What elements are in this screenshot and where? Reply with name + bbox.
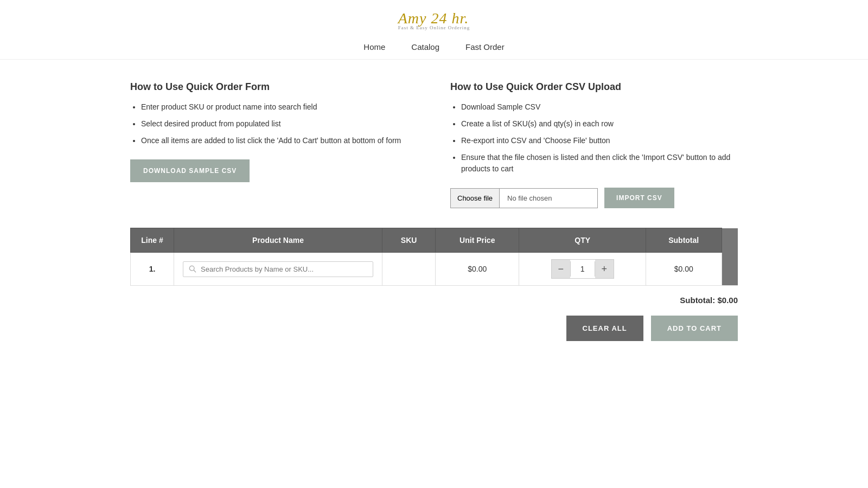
product-search-wrapper (183, 261, 373, 277)
qty-decrement-button[interactable]: − (552, 260, 570, 278)
col-qty: QTY (519, 228, 646, 253)
subtotal-cell: $0.00 (646, 253, 722, 286)
add-to-cart-button[interactable]: ADD TO CART (651, 316, 738, 341)
svg-line-1 (194, 270, 196, 272)
col-subtotal: Subtotal (646, 228, 722, 253)
right-bullet-3: Re-export into CSV and 'Choose File' but… (461, 135, 738, 146)
import-csv-button[interactable]: IMPORT CSV (604, 188, 674, 208)
search-icon (189, 265, 196, 273)
table-header: Line # Product Name SKU Unit Price QTY S… (131, 228, 738, 253)
table-row: 1. $0.00 − 1 + (131, 253, 738, 286)
site-header: Amy 24 hr. Fast & Easy Online Ordering H… (0, 0, 868, 60)
right-bullet-2: Create a list of SKU(s) and qty(s) in ea… (461, 118, 738, 130)
col-line: Line # (131, 228, 174, 253)
sku-cell (382, 253, 436, 286)
left-bullets: Enter product SKU or product name into s… (130, 101, 418, 146)
col-sku: SKU (382, 228, 436, 253)
file-input-row: Choose file No file chosen IMPORT CSV (450, 188, 738, 208)
table-header-row: Line # Product Name SKU Unit Price QTY S… (131, 228, 738, 253)
action-buttons-row: CLEAR ALL ADD TO CART (130, 310, 738, 363)
left-bullet-2: Select desired product from populated li… (141, 118, 418, 130)
main-nav: Home Catalog Fast Order (363, 36, 504, 59)
right-bullet-1: Download Sample CSV (461, 101, 738, 113)
left-bullet-1: Enter product SKU or product name into s… (141, 101, 418, 113)
download-sample-csv-button[interactable]: DOWNLOAD SAMPLE CSV (130, 159, 250, 182)
logo: Amy 24 hr. Fast & Easy Online Ordering (398, 10, 470, 30)
left-bullet-3: Once all items are added to list click t… (141, 135, 418, 146)
qty-cell: − 1 + (519, 253, 646, 286)
col-product: Product Name (174, 228, 382, 253)
product-search-input[interactable] (201, 265, 367, 273)
logo-text: Amy 24 hr. (398, 10, 469, 27)
product-name-cell (174, 253, 382, 286)
logo-sub: Fast & Easy Online Ordering (398, 25, 470, 30)
right-instructions: How to Use Quick Order CSV Upload Downlo… (450, 81, 738, 208)
order-table: Line # Product Name SKU Unit Price QTY S… (130, 228, 738, 286)
right-title: How to Use Quick Order CSV Upload (450, 81, 738, 93)
file-input-wrapper: Choose file No file chosen (450, 188, 598, 208)
col-delete (722, 228, 738, 253)
nav-home[interactable]: Home (363, 42, 385, 52)
subtotal-label: Subtotal: $0.00 (680, 296, 738, 305)
instructions-row: How to Use Quick Order Form Enter produc… (130, 81, 738, 208)
line-number: 1. (131, 253, 174, 286)
delete-row-cell (722, 253, 738, 286)
qty-display: 1 (570, 261, 595, 277)
left-instructions: How to Use Quick Order Form Enter produc… (130, 81, 418, 208)
file-name-display: No file chosen (500, 189, 597, 208)
left-title: How to Use Quick Order Form (130, 81, 418, 93)
unit-price-cell: $0.00 (436, 253, 519, 286)
subtotal-row: Subtotal: $0.00 (130, 286, 738, 310)
right-bullets: Download Sample CSV Create a list of SKU… (450, 101, 738, 175)
nav-fast-order[interactable]: Fast Order (465, 42, 505, 52)
main-content: How to Use Quick Order Form Enter produc… (108, 60, 760, 363)
qty-increment-button[interactable]: + (595, 260, 614, 278)
clear-all-button[interactable]: CLEAR ALL (566, 316, 643, 341)
choose-file-button[interactable]: Choose file (451, 189, 500, 208)
col-unit-price: Unit Price (436, 228, 519, 253)
right-bullet-4: Ensure that the file chosen is listed an… (461, 152, 738, 175)
qty-stepper: − 1 + (551, 259, 614, 279)
nav-catalog[interactable]: Catalog (411, 42, 439, 52)
table-body: 1. $0.00 − 1 + (131, 253, 738, 286)
